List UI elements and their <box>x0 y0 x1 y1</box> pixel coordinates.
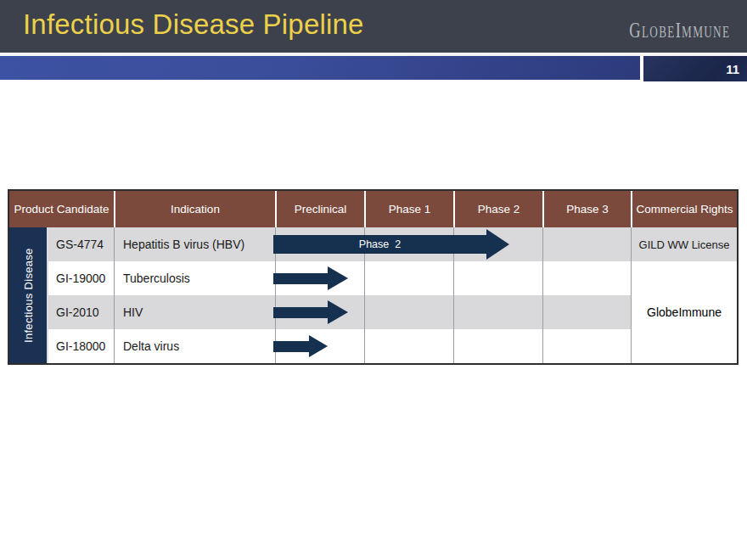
phase-cell <box>542 295 631 329</box>
col-header-product-candidate: Product Candidate <box>9 191 114 227</box>
progress-arrow-gi2010 <box>273 307 328 318</box>
phase-cell <box>364 261 453 295</box>
title-bar: Infectious Disease Pipeline GlobeImmune <box>0 0 747 53</box>
phase-cell <box>364 295 453 329</box>
progress-arrow-gs4774: Phase 2 <box>273 235 486 254</box>
col-header-phase-2: Phase 2 <box>453 191 542 227</box>
progress-arrow-gi19000 <box>273 273 328 284</box>
accent-bar <box>0 56 640 80</box>
indication-cell: HIV <box>114 295 275 329</box>
candidate-cell: GI-2010 <box>48 295 114 329</box>
phase-cell <box>542 227 631 261</box>
candidate-cell: GI-18000 <box>48 329 114 363</box>
progress-arrow-gi18000 <box>273 341 309 352</box>
indication-cell: Delta virus <box>114 329 275 363</box>
slide-title: Infectious Disease Pipeline <box>23 8 364 41</box>
indication-cell: Tuberculosis <box>114 261 275 295</box>
progress-arrow-gi19000-head <box>328 266 348 290</box>
phase-cell <box>453 261 542 295</box>
phase-cell <box>542 261 631 295</box>
shared-commercial-rights-cell: GlobeImmune <box>631 261 737 363</box>
col-header-preclinical: Preclinical <box>275 191 364 227</box>
progress-arrow-gi2010-head <box>328 300 348 324</box>
phase-cell <box>364 329 453 363</box>
globeimmune-logo: GlobeImmune <box>629 18 730 44</box>
group-label-strip: Infectious Disease <box>9 227 48 363</box>
phase-cell <box>453 329 542 363</box>
col-header-indication: Indication <box>114 191 275 227</box>
page-number-box: 11 <box>643 56 747 81</box>
pipeline-table: Product Candidate Indication Preclinical… <box>8 189 739 365</box>
candidate-cell: GI-19000 <box>48 261 114 295</box>
col-header-phase-3: Phase 3 <box>542 191 631 227</box>
slide: Infectious Disease Pipeline GlobeImmune … <box>0 0 747 560</box>
col-header-phase-1: Phase 1 <box>364 191 453 227</box>
progress-arrow-gi18000-head <box>309 335 328 357</box>
col-header-commercial-rights: Commercial Rights <box>631 191 737 227</box>
indication-cell: Hepatitis B virus (HBV) <box>114 227 275 261</box>
phase-cell <box>453 295 542 329</box>
commercial-rights-cell: GILD WW License <box>631 227 737 261</box>
candidate-cell: GS-4774 <box>48 227 114 261</box>
progress-arrow-gs4774-head <box>486 229 509 260</box>
page-number: 11 <box>726 62 747 76</box>
group-label: Infectious Disease <box>9 227 47 363</box>
phase-cell <box>542 329 631 363</box>
